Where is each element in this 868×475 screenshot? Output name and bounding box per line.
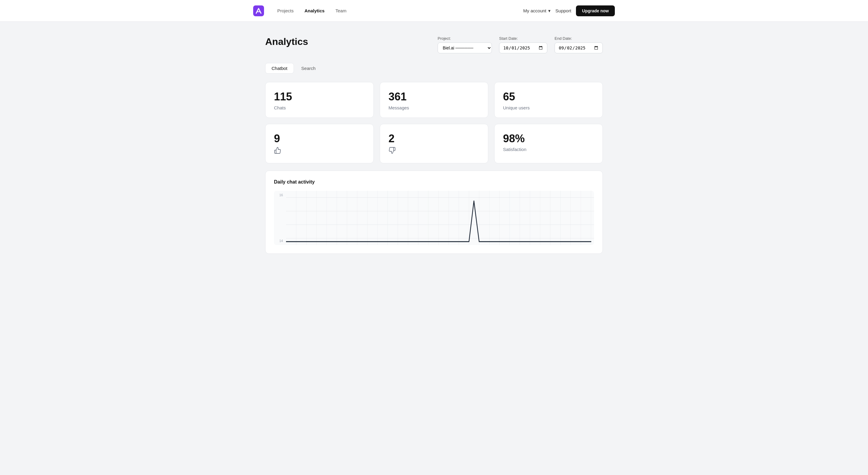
- nav-support-link[interactable]: Support: [555, 8, 571, 13]
- chart-y-labels: 14 16: [274, 191, 285, 245]
- end-date-filter: End Date:: [555, 36, 603, 53]
- stats-row-2: 9 2 98% Satisfaction: [265, 124, 603, 164]
- stat-thumbs-down-number: 2: [389, 133, 479, 145]
- chart-svg: [286, 191, 594, 245]
- nav-analytics[interactable]: Analytics: [300, 6, 330, 16]
- stat-satisfaction: 98% Satisfaction: [494, 124, 603, 164]
- logo[interactable]: [253, 5, 264, 16]
- thumbs-up-icon: [274, 147, 365, 156]
- chart-title: Daily chat activity: [274, 179, 594, 185]
- tab-search[interactable]: Search: [295, 63, 322, 73]
- nav-right: My account ▾ Support Upgrade now: [523, 5, 615, 16]
- start-date-filter: Start Date:: [499, 36, 547, 53]
- upgrade-button[interactable]: Upgrade now: [576, 5, 615, 16]
- nav-account-label: My account: [523, 8, 547, 13]
- stat-messages-number: 361: [389, 91, 479, 103]
- end-date-label: End Date:: [555, 36, 603, 41]
- nav-projects[interactable]: Projects: [273, 6, 299, 16]
- navbar: Projects Analytics Team My account ▾ Sup…: [0, 0, 868, 22]
- stat-satisfaction-label: Satisfaction: [503, 147, 594, 152]
- project-select[interactable]: Biel.ai ──────: [438, 42, 492, 53]
- chart-y-label-14: 14: [274, 239, 285, 243]
- nav-links: Projects Analytics Team: [273, 6, 523, 16]
- stat-thumbs-up: 9: [265, 124, 374, 164]
- stat-chats-number: 115: [274, 91, 365, 103]
- thumbs-down-icon: [389, 147, 479, 156]
- daily-chat-activity-section: Daily chat activity 14 16: [265, 170, 603, 254]
- project-filter: Project: Biel.ai ──────: [438, 36, 492, 53]
- chart-y-label-16: 16: [274, 193, 285, 197]
- project-label: Project:: [438, 36, 492, 41]
- end-date-input[interactable]: [555, 42, 603, 53]
- stat-thumbs-up-number: 9: [274, 133, 365, 145]
- stats-row-1: 115 Chats 361 Messages 65 Unique users: [265, 82, 603, 118]
- stat-messages-label: Messages: [389, 105, 479, 110]
- stat-chats: 115 Chats: [265, 82, 374, 118]
- filters-group: Project: Biel.ai ────── Start Date: End …: [438, 36, 603, 53]
- chart-container: 14 16: [274, 191, 594, 245]
- start-date-input[interactable]: [499, 42, 547, 53]
- nav-team[interactable]: Team: [331, 6, 351, 16]
- stat-unique-users-label: Unique users: [503, 105, 594, 110]
- chart-area: [286, 191, 594, 245]
- stat-unique-users: 65 Unique users: [494, 82, 603, 118]
- stat-unique-users-number: 65: [503, 91, 594, 103]
- page-header: Analytics Project: Biel.ai ────── Start …: [265, 36, 603, 53]
- svg-rect-0: [253, 5, 264, 16]
- page-title: Analytics: [265, 36, 308, 47]
- tab-chatbot[interactable]: Chatbot: [265, 63, 294, 73]
- start-date-label: Start Date:: [499, 36, 547, 41]
- chevron-down-icon: ▾: [548, 8, 551, 13]
- tab-group: Chatbot Search: [265, 63, 603, 73]
- stat-messages: 361 Messages: [380, 82, 488, 118]
- page-content: Analytics Project: Biel.ai ────── Start …: [253, 22, 615, 268]
- nav-account-button[interactable]: My account ▾: [523, 8, 551, 13]
- stat-thumbs-down: 2: [380, 124, 488, 164]
- stat-satisfaction-number: 98%: [503, 133, 594, 145]
- stat-chats-label: Chats: [274, 105, 365, 110]
